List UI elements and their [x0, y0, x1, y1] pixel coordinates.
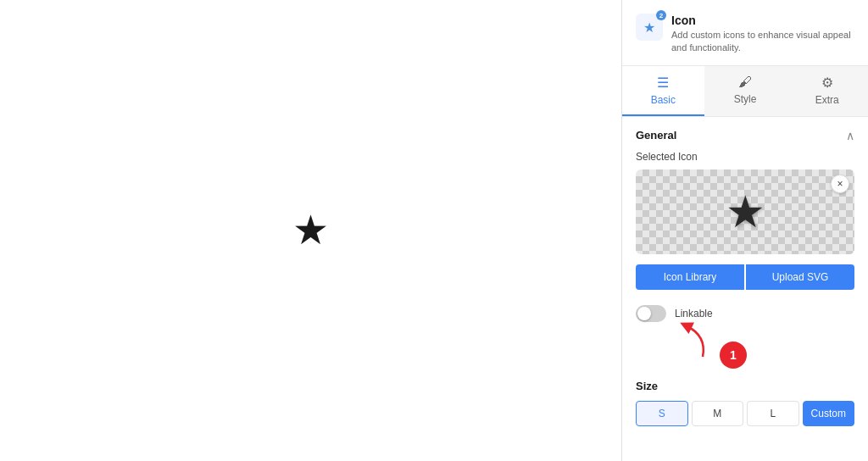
panel-header: ★ 2 Icon Add custom icons to enhance vis…	[622, 0, 868, 66]
size-section: Size S M L Custom	[622, 376, 868, 438]
panel-description: Add custom icons to enhance visual appea…	[671, 29, 854, 55]
panel-badge: 2	[656, 10, 666, 20]
section-chevron-icon[interactable]: ∧	[846, 129, 854, 142]
selected-icon-label: Selected Icon	[622, 151, 868, 169]
icon-action-row: Icon Library Upload SVG	[636, 264, 854, 290]
right-panel: ★ 2 Icon Add custom icons to enhance vis…	[622, 0, 868, 461]
tab-extra-icon: ⚙	[821, 75, 833, 91]
size-options: S M L Custom	[636, 401, 854, 426]
icon-close-button[interactable]: ×	[831, 175, 849, 193]
panel-star-icon: ★	[643, 19, 655, 36]
tab-style[interactable]: 🖌 Style	[704, 66, 787, 116]
tab-basic[interactable]: ☰ Basic	[622, 66, 704, 116]
tab-style-label: Style	[734, 93, 757, 105]
annotation-arrow-svg	[656, 319, 724, 361]
upload-svg-button[interactable]: Upload SVG	[746, 264, 854, 290]
linkable-label: Linkable	[675, 308, 713, 319]
panel-content: General ∧ Selected Icon ★ × Icon Library…	[622, 117, 868, 461]
tab-basic-icon: ☰	[657, 75, 669, 91]
size-btn-custom[interactable]: Custom	[803, 401, 855, 426]
general-section-title: General	[636, 129, 676, 142]
tab-extra[interactable]: ⚙ Extra	[786, 66, 868, 116]
panel-title: Icon	[671, 14, 854, 27]
panel-icon-badge: ★ 2	[636, 14, 663, 41]
size-btn-l[interactable]: L	[747, 401, 799, 426]
size-btn-s[interactable]: S	[636, 401, 688, 426]
icon-preview-bg: ★	[636, 169, 854, 254]
tab-extra-label: Extra	[815, 94, 839, 106]
annotation-number: 1	[730, 348, 737, 362]
linkable-annotation-area: Linkable 1	[622, 302, 868, 376]
canvas-area: ★	[0, 0, 622, 461]
icon-library-button[interactable]: Icon Library	[636, 264, 744, 290]
icon-preview-star: ★	[726, 190, 765, 234]
tabs-bar: ☰ Basic 🖌 Style ⚙ Extra	[622, 66, 868, 117]
annotation-circle-1: 1	[720, 342, 747, 369]
general-section-header: General ∧	[622, 117, 868, 151]
size-section-title: Size	[636, 380, 854, 392]
panel-header-text: Icon Add custom icons to enhance visual …	[671, 14, 854, 55]
size-btn-m[interactable]: M	[692, 401, 744, 426]
canvas-star-icon: ★	[292, 210, 329, 251]
icon-preview-container: ★ ×	[636, 169, 854, 254]
tab-style-icon: 🖌	[738, 75, 752, 90]
annotation-row: 1	[622, 334, 868, 376]
toggle-knob	[637, 307, 651, 320]
tab-basic-label: Basic	[651, 94, 676, 106]
